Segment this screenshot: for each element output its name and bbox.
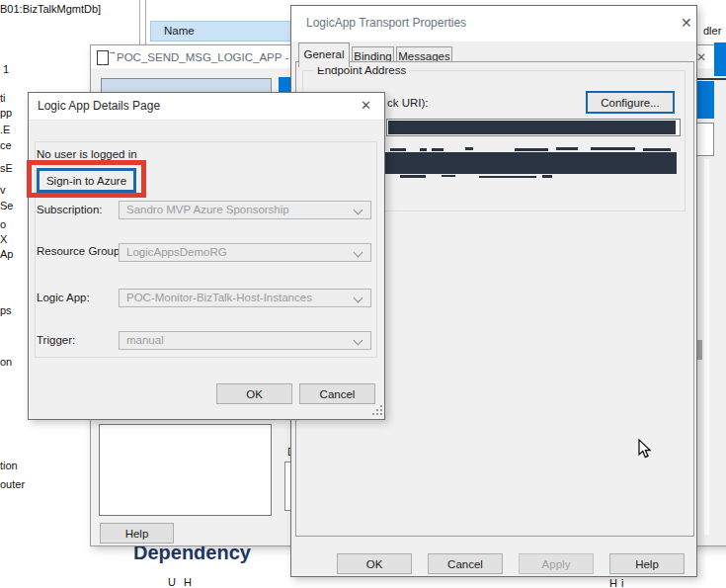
column-separator-line [139, 0, 140, 45]
login-status-text: No user is logged in [37, 148, 137, 160]
poc-list-box[interactable] [99, 424, 272, 516]
trigger-dropdown[interactable]: manual [119, 331, 371, 350]
redacted-uri-text [388, 121, 676, 134]
text-fragment: .E [0, 124, 10, 135]
resize-grip[interactable] [372, 405, 374, 407]
details-close-icon[interactable]: ✕ [361, 99, 371, 112]
transport-apply-button[interactable]: Apply [519, 553, 594, 574]
send-port-icon-arrow: → [108, 46, 117, 56]
redacted-text-mark [400, 175, 426, 178]
poc-close-icon[interactable]: ✕ [696, 51, 706, 64]
poc-right-blue-rect [695, 81, 714, 119]
background-blue-block [714, 42, 726, 76]
screen: B01:BizTalkMgmtDb] Name dler 1tipp.EcesE… [0, 0, 726, 588]
text-fragment: Ap [0, 248, 13, 260]
redacted-text-mark [420, 148, 427, 151]
text-fragment: U [168, 576, 176, 588]
poc-help-button[interactable]: Help [100, 523, 174, 544]
text-fragment: X [0, 233, 7, 245]
resource-group-value: LogicAppsDemoRG [126, 246, 227, 258]
details-ok-button[interactable]: OK [216, 383, 292, 404]
redacted-text-mark [479, 176, 536, 178]
redacted-text-mark [591, 147, 635, 150]
poc-right-divider [694, 78, 726, 80]
redacted-text-mark [390, 148, 406, 151]
text-fragment: ce [0, 139, 12, 151]
chevron-down-icon [354, 336, 363, 346]
text-fragment: tion [0, 460, 18, 471]
transport-help-button[interactable]: Help [609, 553, 685, 574]
redacted-text-mark [643, 148, 671, 151]
resource-group-dropdown[interactable]: LogicAppsDemoRG [119, 243, 371, 262]
subscription-value: Sandro MVP Azure Sponsorship [126, 204, 289, 215]
details-dialog-title: Logic App Details Page [38, 99, 160, 113]
redacted-text-mark [432, 148, 444, 151]
text-fragment: ti [0, 92, 6, 104]
subscription-label: Subscription: [37, 204, 102, 215]
configure-button[interactable]: Configure... [586, 91, 675, 114]
trigger-label: Trigger: [37, 334, 75, 346]
text-fragment: 1 [3, 63, 9, 75]
redacted-text-mark [465, 147, 473, 150]
column-separator-line [145, 0, 146, 45]
name-column-header[interactable]: Name [150, 21, 298, 42]
chevron-down-icon [354, 248, 363, 258]
text-fragment: sE [0, 162, 13, 174]
mouse-cursor [638, 439, 652, 460]
tab-general[interactable]: General [298, 42, 350, 67]
transport-cancel-button[interactable]: Cancel [428, 553, 503, 574]
callback-uri-label-fragment: ck URI): [387, 97, 429, 109]
text-fragment: ps [0, 304, 12, 316]
text-fragment: outer [0, 478, 25, 490]
resource-group-label: Resource Group: [37, 245, 123, 257]
redacted-text-mark [515, 148, 548, 151]
logic-app-label: Logic App: [37, 292, 90, 303]
redaction-bar [384, 152, 677, 174]
poc-right-scrollbar-thumb[interactable] [697, 340, 702, 360]
annotation-red-box [27, 160, 146, 198]
trigger-value: manual [126, 334, 164, 346]
text-fragment: i [621, 577, 623, 588]
redacted-text-mark [542, 175, 552, 178]
tab-general-label: General [304, 48, 345, 60]
poc-dialog-title: POC_SEND_MSG_LOGIC_APP - Se [117, 51, 306, 63]
logic-app-details-dialog: Logic App Details Page ✕ No user is logg… [28, 92, 385, 420]
text-fragment: Se [0, 200, 13, 211]
text-fragment: v [0, 184, 6, 196]
transport-ok-button[interactable]: OK [337, 553, 412, 574]
transport-close-icon[interactable]: ✕ [681, 17, 692, 30]
chevron-down-icon [354, 206, 363, 215]
transport-dialog-title: LogicApp Transport Properties [306, 16, 466, 30]
subscription-dropdown[interactable]: Sandro MVP Azure Sponsorship [119, 201, 371, 219]
callback-uri-input[interactable] [386, 119, 681, 136]
details-cancel-button[interactable]: Cancel [299, 383, 375, 404]
redacted-text-mark [556, 147, 578, 150]
poc-right-white-button[interactable] [695, 123, 714, 156]
tree-db-label: B01:BizTalkMgmtDb] [0, 3, 101, 15]
logic-app-dropdown[interactable]: POC-Monitor-BizTalk-Host-Instances [119, 289, 371, 307]
name-column-header-label: Name [164, 25, 195, 37]
chevron-down-icon [354, 294, 363, 303]
text-fragment: H [609, 577, 617, 588]
text-fragment: H [184, 576, 192, 588]
right-column-header-fragment: dler [703, 25, 721, 37]
redacted-text-mark [442, 175, 455, 177]
text-fragment: o [0, 218, 6, 230]
poc-right-white-strip [704, 159, 709, 535]
text-fragment: on [0, 356, 12, 368]
text-fragment: pp [0, 107, 12, 119]
logic-app-value: POC-Monitor-BizTalk-Host-Instances [126, 292, 312, 303]
